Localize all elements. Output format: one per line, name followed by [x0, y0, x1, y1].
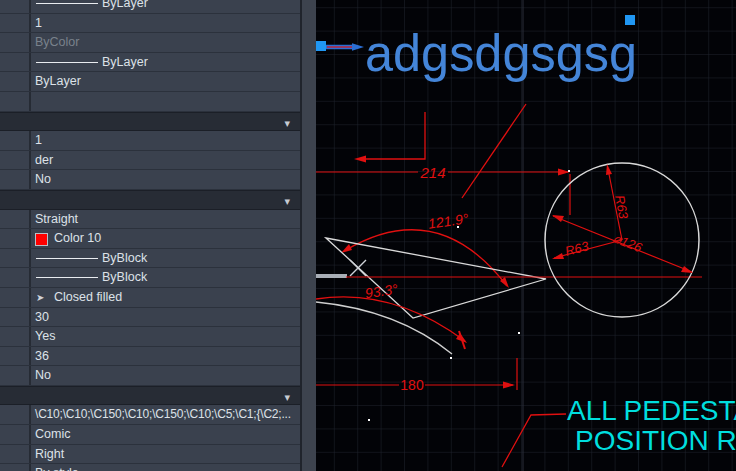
- chevron-down-icon[interactable]: ▾: [284, 388, 290, 407]
- property-row-color[interactable]: Color 10: [0, 229, 300, 249]
- dim-180-text[interactable]: 180: [400, 377, 424, 393]
- property-row[interactable]: No: [0, 366, 300, 386]
- point-marker: [568, 170, 570, 172]
- property-row-empty[interactable]: [0, 92, 300, 112]
- property-value: ByLayer: [102, 0, 148, 13]
- property-value: 1: [35, 131, 42, 150]
- property-row[interactable]: der: [0, 151, 300, 171]
- property-row-justify[interactable]: Right: [0, 445, 300, 465]
- property-value: ByBlock: [102, 268, 147, 287]
- property-row[interactable]: 36: [0, 347, 300, 367]
- grip-square[interactable]: [316, 41, 326, 51]
- mtext-entity[interactable]: adgsdgsgsg: [365, 24, 637, 82]
- chevron-down-icon[interactable]: ▾: [284, 114, 290, 133]
- property-row[interactable]: ByLayer: [0, 72, 300, 92]
- properties-panel: ByLayer 1 ByColor ByLayer ByLayer ▾: [0, 0, 300, 471]
- property-value: Straight: [35, 210, 78, 229]
- point-marker: [368, 419, 370, 421]
- property-value: 1: [35, 14, 42, 33]
- property-value: der: [35, 151, 53, 170]
- chevron-down-icon[interactable]: ▾: [284, 192, 290, 211]
- property-row-lineweight[interactable]: ByLayer: [0, 0, 300, 14]
- property-row[interactable]: Straight: [0, 210, 300, 230]
- property-value: \C10;\C10;\C150;\C10;\C150;\C10;\C5;\C1;…: [35, 405, 291, 424]
- lineweight-preview-icon: [36, 3, 98, 4]
- linetype-preview-icon: [36, 258, 98, 259]
- property-value: Yes: [35, 327, 55, 346]
- linetype-preview-icon: [36, 62, 98, 63]
- property-row[interactable]: No: [0, 170, 300, 190]
- property-row-text-style[interactable]: Comic: [0, 425, 300, 445]
- arrowhead-icon: ➤: [36, 288, 44, 307]
- property-row[interactable]: 1: [0, 131, 300, 151]
- property-value: 30: [35, 308, 49, 327]
- property-value: No: [35, 366, 51, 385]
- property-value: ByBlock: [102, 249, 147, 268]
- property-row-linetype[interactable]: ByBlock: [0, 268, 300, 288]
- property-row-linetype[interactable]: ByLayer: [0, 53, 300, 73]
- note-text-line2[interactable]: POSITION REL: [575, 425, 736, 456]
- property-value: Closed filled: [54, 288, 122, 307]
- property-row-mtext-contents[interactable]: \C10;\C10;\C150;\C10;\C150;\C10;\C5;\C1;…: [0, 405, 300, 425]
- category-header[interactable]: ▾: [0, 112, 300, 132]
- property-row-linetype[interactable]: ByBlock: [0, 249, 300, 269]
- dim-214-text[interactable]: 214: [419, 164, 445, 181]
- category-header[interactable]: ▾: [0, 386, 300, 406]
- property-value: ByLayer: [102, 53, 148, 72]
- property-row-arrowhead[interactable]: ➤ Closed filled: [0, 288, 300, 308]
- point-marker: [518, 332, 520, 334]
- note-text-line1[interactable]: ALL PEDESTAL: [567, 395, 736, 426]
- property-value: 36: [35, 347, 49, 366]
- property-value: ByLayer: [35, 72, 81, 91]
- point-marker: [450, 357, 452, 359]
- cad-application-window: ByLayer 1 ByColor ByLayer ByLayer ▾: [0, 0, 736, 471]
- drawing-canvas[interactable]: adgsdgsgsg 214 121.9°: [316, 0, 736, 471]
- property-row[interactable]: 1: [0, 14, 300, 34]
- property-row[interactable]: By style: [0, 464, 300, 471]
- linetype-preview-icon: [36, 277, 98, 278]
- property-value: Color 10: [54, 229, 101, 248]
- properties-rows: ByLayer 1 ByColor ByLayer ByLayer ▾: [0, 0, 300, 471]
- color-swatch: [35, 233, 48, 246]
- property-value: Right: [35, 445, 64, 464]
- property-value: ByColor: [35, 33, 79, 52]
- drawing-svg: adgsdgsgsg 214 121.9°: [316, 0, 736, 471]
- point-marker: [457, 226, 459, 228]
- property-row[interactable]: ByColor: [0, 33, 300, 53]
- property-row[interactable]: 30: [0, 308, 300, 328]
- property-value: Comic: [35, 425, 70, 444]
- category-header[interactable]: ▾: [0, 190, 300, 210]
- property-value: No: [35, 170, 51, 189]
- panel-border[interactable]: [300, 0, 316, 471]
- property-value: By style: [35, 464, 79, 471]
- grip-square[interactable]: [625, 15, 635, 25]
- property-row[interactable]: Yes: [0, 327, 300, 347]
